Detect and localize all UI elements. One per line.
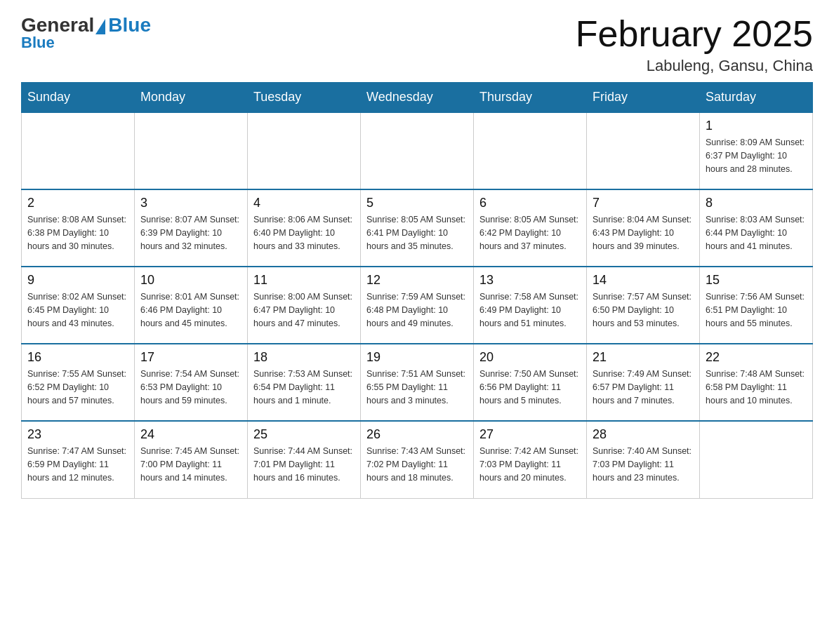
- calendar-header: Sunday Monday Tuesday Wednesday Thursday…: [22, 83, 813, 113]
- day-info: Sunrise: 7:55 AM Sunset: 6:52 PM Dayligh…: [27, 368, 128, 407]
- header-sunday: Sunday: [22, 83, 135, 113]
- day-info: Sunrise: 8:09 AM Sunset: 6:37 PM Dayligh…: [706, 136, 807, 175]
- day-info: Sunrise: 7:54 AM Sunset: 6:53 PM Dayligh…: [140, 368, 241, 407]
- calendar-cell: [700, 421, 813, 498]
- logo-blue-text: Blue: [108, 14, 151, 36]
- header-row: Sunday Monday Tuesday Wednesday Thursday…: [22, 83, 813, 113]
- calendar-cell: 14Sunrise: 7:57 AM Sunset: 6:50 PM Dayli…: [587, 267, 700, 344]
- day-number: 26: [366, 427, 468, 442]
- calendar-cell: 1Sunrise: 8:09 AM Sunset: 6:37 PM Daylig…: [700, 112, 813, 189]
- week-row-4: 23Sunrise: 7:47 AM Sunset: 6:59 PM Dayli…: [22, 421, 813, 498]
- day-number: 1: [706, 119, 807, 133]
- calendar-cell: 4Sunrise: 8:06 AM Sunset: 6:40 PM Daylig…: [248, 189, 361, 267]
- calendar-cell: 24Sunrise: 7:45 AM Sunset: 7:00 PM Dayli…: [135, 421, 248, 498]
- logo-bottom-text: Blue: [21, 34, 55, 52]
- calendar-cell: 10Sunrise: 8:01 AM Sunset: 6:46 PM Dayli…: [135, 267, 248, 344]
- logo-triangle-icon: [95, 19, 105, 34]
- day-number: 5: [366, 196, 468, 210]
- day-info: Sunrise: 7:57 AM Sunset: 6:50 PM Dayligh…: [593, 290, 694, 330]
- day-info: Sunrise: 7:50 AM Sunset: 6:56 PM Dayligh…: [479, 368, 581, 407]
- calendar-cell: 6Sunrise: 8:05 AM Sunset: 6:42 PM Daylig…: [474, 189, 587, 267]
- calendar-cell: [361, 112, 474, 189]
- day-number: 15: [706, 273, 807, 288]
- calendar-cell: 21Sunrise: 7:49 AM Sunset: 6:57 PM Dayli…: [587, 344, 700, 421]
- day-info: Sunrise: 8:05 AM Sunset: 6:41 PM Dayligh…: [366, 213, 468, 253]
- day-info: Sunrise: 8:02 AM Sunset: 6:45 PM Dayligh…: [27, 290, 128, 330]
- month-title: February 2025: [576, 14, 813, 54]
- day-number: 13: [479, 273, 581, 288]
- day-number: 20: [479, 350, 581, 365]
- day-info: Sunrise: 7:48 AM Sunset: 6:58 PM Dayligh…: [706, 368, 807, 407]
- day-info: Sunrise: 7:53 AM Sunset: 6:54 PM Dayligh…: [253, 368, 355, 407]
- calendar-cell: 22Sunrise: 7:48 AM Sunset: 6:58 PM Dayli…: [700, 344, 813, 421]
- calendar-cell: 2Sunrise: 8:08 AM Sunset: 6:38 PM Daylig…: [22, 189, 135, 267]
- calendar-cell: 5Sunrise: 8:05 AM Sunset: 6:41 PM Daylig…: [361, 189, 474, 267]
- day-number: 9: [27, 273, 128, 288]
- calendar-cell: 13Sunrise: 7:58 AM Sunset: 6:49 PM Dayli…: [474, 267, 587, 344]
- day-info: Sunrise: 8:01 AM Sunset: 6:46 PM Dayligh…: [140, 290, 241, 330]
- day-info: Sunrise: 7:47 AM Sunset: 6:59 PM Dayligh…: [27, 445, 128, 484]
- calendar-cell: 19Sunrise: 7:51 AM Sunset: 6:55 PM Dayli…: [361, 344, 474, 421]
- day-number: 17: [140, 350, 241, 365]
- day-info: Sunrise: 8:07 AM Sunset: 6:39 PM Dayligh…: [140, 213, 241, 253]
- header-thursday: Thursday: [474, 83, 587, 113]
- week-row-3: 16Sunrise: 7:55 AM Sunset: 6:52 PM Dayli…: [22, 344, 813, 421]
- day-number: 4: [253, 196, 355, 210]
- day-info: Sunrise: 7:58 AM Sunset: 6:49 PM Dayligh…: [479, 290, 581, 330]
- calendar-cell: 3Sunrise: 8:07 AM Sunset: 6:39 PM Daylig…: [135, 189, 248, 267]
- day-number: 28: [593, 427, 694, 442]
- day-info: Sunrise: 8:03 AM Sunset: 6:44 PM Dayligh…: [706, 213, 807, 253]
- calendar-cell: 18Sunrise: 7:53 AM Sunset: 6:54 PM Dayli…: [248, 344, 361, 421]
- day-info: Sunrise: 7:42 AM Sunset: 7:03 PM Dayligh…: [479, 445, 581, 484]
- calendar-cell: 12Sunrise: 7:59 AM Sunset: 6:48 PM Dayli…: [361, 267, 474, 344]
- header-tuesday: Tuesday: [248, 83, 361, 113]
- day-number: 24: [140, 427, 241, 442]
- day-number: 22: [706, 350, 807, 365]
- calendar-cell: 7Sunrise: 8:04 AM Sunset: 6:43 PM Daylig…: [587, 189, 700, 267]
- calendar-cell: 9Sunrise: 8:02 AM Sunset: 6:45 PM Daylig…: [22, 267, 135, 344]
- calendar-cell: 28Sunrise: 7:40 AM Sunset: 7:03 PM Dayli…: [587, 421, 700, 498]
- header-wednesday: Wednesday: [361, 83, 474, 113]
- day-info: Sunrise: 7:49 AM Sunset: 6:57 PM Dayligh…: [593, 368, 694, 407]
- day-number: 10: [140, 273, 241, 288]
- header-monday: Monday: [135, 83, 248, 113]
- day-number: 7: [593, 196, 694, 210]
- day-number: 19: [366, 350, 468, 365]
- day-info: Sunrise: 7:45 AM Sunset: 7:00 PM Dayligh…: [140, 445, 241, 484]
- day-number: 8: [706, 196, 807, 210]
- header-saturday: Saturday: [700, 83, 813, 113]
- calendar-cell: 8Sunrise: 8:03 AM Sunset: 6:44 PM Daylig…: [700, 189, 813, 267]
- calendar-cell: [248, 112, 361, 189]
- calendar-cell: [474, 112, 587, 189]
- location-title: Labuleng, Gansu, China: [576, 57, 813, 75]
- day-number: 27: [479, 427, 581, 442]
- day-info: Sunrise: 7:40 AM Sunset: 7:03 PM Dayligh…: [593, 445, 694, 484]
- page-header: General Blue Blue February 2025 Labuleng…: [21, 14, 813, 75]
- calendar-cell: 15Sunrise: 7:56 AM Sunset: 6:51 PM Dayli…: [700, 267, 813, 344]
- day-number: 11: [253, 273, 355, 288]
- calendar-cell: 25Sunrise: 7:44 AM Sunset: 7:01 PM Dayli…: [248, 421, 361, 498]
- calendar-body: 1Sunrise: 8:09 AM Sunset: 6:37 PM Daylig…: [22, 112, 813, 498]
- day-info: Sunrise: 8:04 AM Sunset: 6:43 PM Dayligh…: [593, 213, 694, 253]
- title-section: February 2025 Labuleng, Gansu, China: [576, 14, 813, 75]
- calendar-cell: 23Sunrise: 7:47 AM Sunset: 6:59 PM Dayli…: [22, 421, 135, 498]
- day-info: Sunrise: 7:51 AM Sunset: 6:55 PM Dayligh…: [366, 368, 468, 407]
- day-info: Sunrise: 7:44 AM Sunset: 7:01 PM Dayligh…: [253, 445, 355, 484]
- calendar-cell: 11Sunrise: 8:00 AM Sunset: 6:47 PM Dayli…: [248, 267, 361, 344]
- calendar-cell: 26Sunrise: 7:43 AM Sunset: 7:02 PM Dayli…: [361, 421, 474, 498]
- day-info: Sunrise: 7:43 AM Sunset: 7:02 PM Dayligh…: [366, 445, 468, 484]
- day-info: Sunrise: 8:05 AM Sunset: 6:42 PM Dayligh…: [479, 213, 581, 253]
- week-row-0: 1Sunrise: 8:09 AM Sunset: 6:37 PM Daylig…: [22, 112, 813, 189]
- day-number: 23: [27, 427, 128, 442]
- calendar-cell: [22, 112, 135, 189]
- calendar-cell: 20Sunrise: 7:50 AM Sunset: 6:56 PM Dayli…: [474, 344, 587, 421]
- logo: General Blue Blue: [21, 14, 151, 52]
- header-friday: Friday: [587, 83, 700, 113]
- week-row-1: 2Sunrise: 8:08 AM Sunset: 6:38 PM Daylig…: [22, 189, 813, 267]
- calendar-cell: 27Sunrise: 7:42 AM Sunset: 7:03 PM Dayli…: [474, 421, 587, 498]
- day-number: 18: [253, 350, 355, 365]
- day-number: 3: [140, 196, 241, 210]
- calendar-cell: 17Sunrise: 7:54 AM Sunset: 6:53 PM Dayli…: [135, 344, 248, 421]
- day-number: 2: [27, 196, 128, 210]
- day-number: 25: [253, 427, 355, 442]
